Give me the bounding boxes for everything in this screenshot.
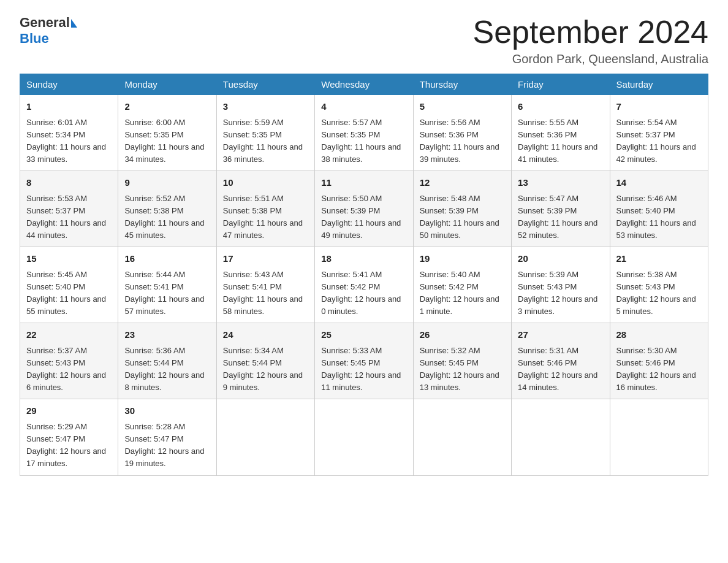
day-info: Sunrise: 5:34 AMSunset: 5:44 PMDaylight:… <box>223 345 308 394</box>
day-number: 8 <box>26 176 112 190</box>
header-saturday: Saturday <box>610 74 708 95</box>
table-row: 13Sunrise: 5:47 AMSunset: 5:39 PMDayligh… <box>512 171 610 247</box>
day-info: Sunrise: 5:55 AMSunset: 5:36 PMDaylight:… <box>518 117 603 166</box>
logo-general-text: General <box>20 15 70 31</box>
page-header: General Blue September 2024 Gordon Park,… <box>20 15 708 66</box>
day-info: Sunrise: 5:48 AMSunset: 5:39 PMDaylight:… <box>420 193 505 242</box>
title-block: September 2024 Gordon Park, Queensland, … <box>473 15 709 66</box>
month-title: September 2024 <box>473 15 709 50</box>
day-info: Sunrise: 5:59 AMSunset: 5:35 PMDaylight:… <box>223 117 308 166</box>
table-row: 18Sunrise: 5:41 AMSunset: 5:42 PMDayligh… <box>315 247 413 323</box>
day-number: 11 <box>321 176 406 190</box>
calendar-week-row: 8Sunrise: 5:53 AMSunset: 5:37 PMDaylight… <box>20 171 708 247</box>
table-row: 1Sunrise: 6:01 AMSunset: 5:34 PMDaylight… <box>20 95 118 171</box>
day-info: Sunrise: 5:47 AMSunset: 5:39 PMDaylight:… <box>518 193 603 242</box>
table-row: 28Sunrise: 5:30 AMSunset: 5:46 PMDayligh… <box>610 323 708 399</box>
day-info: Sunrise: 5:57 AMSunset: 5:35 PMDaylight:… <box>321 117 406 166</box>
day-info: Sunrise: 5:45 AMSunset: 5:40 PMDaylight:… <box>26 269 112 318</box>
day-number: 5 <box>420 100 505 114</box>
day-number: 27 <box>518 328 603 342</box>
table-row: 14Sunrise: 5:46 AMSunset: 5:40 PMDayligh… <box>610 171 708 247</box>
day-number: 9 <box>124 176 210 190</box>
table-row: 25Sunrise: 5:33 AMSunset: 5:45 PMDayligh… <box>315 323 413 399</box>
header-monday: Monday <box>118 74 216 95</box>
day-info: Sunrise: 5:36 AMSunset: 5:44 PMDaylight:… <box>124 345 210 394</box>
table-row: 5Sunrise: 5:56 AMSunset: 5:36 PMDaylight… <box>413 95 511 171</box>
day-info: Sunrise: 6:00 AMSunset: 5:35 PMDaylight:… <box>124 117 210 166</box>
day-number: 4 <box>321 100 406 114</box>
calendar-week-row: 22Sunrise: 5:37 AMSunset: 5:43 PMDayligh… <box>20 323 708 399</box>
table-row: 21Sunrise: 5:38 AMSunset: 5:43 PMDayligh… <box>610 247 708 323</box>
day-number: 2 <box>124 100 210 114</box>
day-info: Sunrise: 5:33 AMSunset: 5:45 PMDaylight:… <box>321 345 406 394</box>
day-number: 24 <box>223 328 308 342</box>
calendar-week-row: 1Sunrise: 6:01 AMSunset: 5:34 PMDaylight… <box>20 95 708 171</box>
table-row: 11Sunrise: 5:50 AMSunset: 5:39 PMDayligh… <box>315 171 413 247</box>
calendar-week-row: 15Sunrise: 5:45 AMSunset: 5:40 PMDayligh… <box>20 247 708 323</box>
table-row: 7Sunrise: 5:54 AMSunset: 5:37 PMDaylight… <box>610 95 708 171</box>
location-subtitle: Gordon Park, Queensland, Australia <box>473 52 709 66</box>
day-number: 20 <box>518 252 603 266</box>
table-row: 22Sunrise: 5:37 AMSunset: 5:43 PMDayligh… <box>20 323 118 399</box>
day-number: 7 <box>616 100 702 114</box>
table-row: 20Sunrise: 5:39 AMSunset: 5:43 PMDayligh… <box>512 247 610 323</box>
day-number: 6 <box>518 100 603 114</box>
calendar-week-row: 29Sunrise: 5:29 AMSunset: 5:47 PMDayligh… <box>20 399 708 475</box>
table-row: 8Sunrise: 5:53 AMSunset: 5:37 PMDaylight… <box>20 171 118 247</box>
table-row: 24Sunrise: 5:34 AMSunset: 5:44 PMDayligh… <box>216 323 314 399</box>
day-info: Sunrise: 5:46 AMSunset: 5:40 PMDaylight:… <box>616 193 702 242</box>
table-row: 9Sunrise: 5:52 AMSunset: 5:38 PMDaylight… <box>118 171 216 247</box>
day-info: Sunrise: 5:37 AMSunset: 5:43 PMDaylight:… <box>26 345 112 394</box>
logo: General Blue <box>20 15 77 47</box>
day-info: Sunrise: 5:50 AMSunset: 5:39 PMDaylight:… <box>321 193 406 242</box>
day-info: Sunrise: 5:39 AMSunset: 5:43 PMDaylight:… <box>518 269 603 318</box>
day-number: 28 <box>616 328 702 342</box>
table-row: 23Sunrise: 5:36 AMSunset: 5:44 PMDayligh… <box>118 323 216 399</box>
table-row: 12Sunrise: 5:48 AMSunset: 5:39 PMDayligh… <box>413 171 511 247</box>
day-number: 16 <box>124 252 210 266</box>
table-row: 6Sunrise: 5:55 AMSunset: 5:36 PMDaylight… <box>512 95 610 171</box>
day-number: 19 <box>420 252 505 266</box>
table-row: 17Sunrise: 5:43 AMSunset: 5:41 PMDayligh… <box>216 247 314 323</box>
table-row: 15Sunrise: 5:45 AMSunset: 5:40 PMDayligh… <box>20 247 118 323</box>
day-number: 18 <box>321 252 406 266</box>
day-info: Sunrise: 5:53 AMSunset: 5:37 PMDaylight:… <box>26 193 112 242</box>
table-row <box>512 399 610 475</box>
day-info: Sunrise: 5:30 AMSunset: 5:46 PMDaylight:… <box>616 345 702 394</box>
day-info: Sunrise: 5:43 AMSunset: 5:41 PMDaylight:… <box>223 269 308 318</box>
day-info: Sunrise: 5:29 AMSunset: 5:47 PMDaylight:… <box>26 421 112 470</box>
day-info: Sunrise: 5:41 AMSunset: 5:42 PMDaylight:… <box>321 269 406 318</box>
day-info: Sunrise: 6:01 AMSunset: 5:34 PMDaylight:… <box>26 117 112 166</box>
logo-blue-text: Blue <box>20 31 77 47</box>
day-number: 15 <box>26 252 112 266</box>
day-number: 30 <box>124 404 210 418</box>
day-info: Sunrise: 5:54 AMSunset: 5:37 PMDaylight:… <box>616 117 702 166</box>
table-row: 4Sunrise: 5:57 AMSunset: 5:35 PMDaylight… <box>315 95 413 171</box>
table-row: 3Sunrise: 5:59 AMSunset: 5:35 PMDaylight… <box>216 95 314 171</box>
day-info: Sunrise: 5:32 AMSunset: 5:45 PMDaylight:… <box>420 345 505 394</box>
table-row: 19Sunrise: 5:40 AMSunset: 5:42 PMDayligh… <box>413 247 511 323</box>
day-number: 17 <box>223 252 308 266</box>
day-number: 21 <box>616 252 702 266</box>
calendar-header-row: Sunday Monday Tuesday Wednesday Thursday… <box>20 74 708 95</box>
day-number: 12 <box>420 176 505 190</box>
day-number: 26 <box>420 328 505 342</box>
day-number: 14 <box>616 176 702 190</box>
header-tuesday: Tuesday <box>216 74 314 95</box>
calendar-table: Sunday Monday Tuesday Wednesday Thursday… <box>20 74 708 475</box>
day-number: 25 <box>321 328 406 342</box>
day-number: 22 <box>26 328 112 342</box>
day-number: 13 <box>518 176 603 190</box>
day-info: Sunrise: 5:44 AMSunset: 5:41 PMDaylight:… <box>124 269 210 318</box>
header-sunday: Sunday <box>20 74 118 95</box>
day-info: Sunrise: 5:28 AMSunset: 5:47 PMDaylight:… <box>124 421 210 470</box>
table-row <box>315 399 413 475</box>
header-friday: Friday <box>512 74 610 95</box>
day-info: Sunrise: 5:56 AMSunset: 5:36 PMDaylight:… <box>420 117 505 166</box>
logo-arrow-icon <box>71 19 77 28</box>
day-number: 1 <box>26 100 112 114</box>
table-row <box>610 399 708 475</box>
table-row <box>216 399 314 475</box>
day-info: Sunrise: 5:51 AMSunset: 5:38 PMDaylight:… <box>223 193 308 242</box>
table-row: 29Sunrise: 5:29 AMSunset: 5:47 PMDayligh… <box>20 399 118 475</box>
